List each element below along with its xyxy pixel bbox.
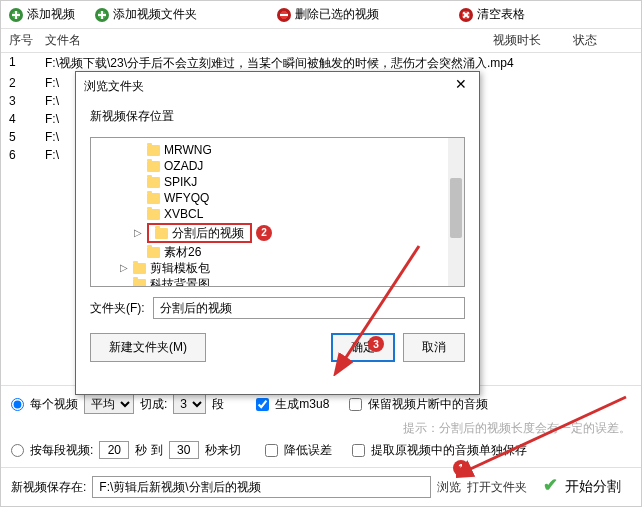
folder-icon [147, 193, 160, 204]
scrollbar[interactable] [448, 138, 464, 286]
cell-seq: 5 [9, 130, 45, 144]
cancel-button[interactable]: 取消 [403, 333, 465, 362]
folder-icon [147, 145, 160, 156]
folder-icon [133, 263, 146, 274]
folder-name: WFYQQ [164, 191, 209, 205]
folder-name: 剪辑模板包 [150, 261, 210, 275]
keep-audio-checkbox[interactable] [349, 398, 362, 411]
cutto-select[interactable]: 3 [173, 394, 206, 414]
folder-name: 分割后的视频 [172, 226, 244, 240]
col-dur: 视频时长 [493, 32, 573, 49]
scroll-thumb[interactable] [450, 178, 462, 238]
tree-item[interactable]: XVBCL [91, 206, 464, 222]
sec-lbl2: 秒来切 [205, 442, 241, 459]
reduce-err-label: 降低误差 [284, 442, 332, 459]
selected-folder: 分割后的视频2 [147, 223, 252, 243]
reduce-err-checkbox[interactable] [265, 444, 278, 457]
sec-from-input[interactable] [99, 441, 129, 459]
mode-each-radio[interactable] [11, 398, 24, 411]
add-video-button[interactable]: 添加视频 [9, 6, 75, 23]
gen-m3u8-label: 生成m3u8 [275, 396, 329, 413]
sec-to-input[interactable] [169, 441, 199, 459]
x-icon [459, 8, 473, 22]
sec-lbl1: 秒 到 [135, 442, 162, 459]
gen-m3u8-checkbox[interactable] [256, 398, 269, 411]
folder-name: 科技背景图 [150, 277, 210, 287]
check-icon [543, 478, 561, 496]
start-label: 开始分割 [565, 478, 621, 496]
cell-name: F:\视频下载\23\分手后不会立刻难过，当某个瞬间被触发的时候，悲伤才会突然涌… [45, 55, 633, 72]
keep-audio-label: 保留视频片断中的音频 [368, 396, 488, 413]
folder-icon [147, 177, 160, 188]
annotation-badge-3: 3 [368, 336, 384, 352]
tree-item[interactable]: ▷剪辑模板包 [91, 260, 464, 276]
folder-icon [147, 209, 160, 220]
folder-path-input[interactable] [153, 297, 465, 319]
tree-item[interactable]: OZADJ [91, 158, 464, 174]
folder-path-label: 文件夹(F): [90, 300, 145, 317]
folder-name: MRWNG [164, 143, 212, 157]
tree-item[interactable]: ▷分割后的视频2 [91, 222, 464, 244]
cell-seq: 2 [9, 76, 45, 90]
new-folder-button[interactable]: 新建文件夹(M) [90, 333, 206, 362]
start-split-button[interactable]: 开始分割 [533, 474, 631, 500]
add-video-label: 添加视频 [27, 6, 75, 23]
folder-name: XVBCL [164, 207, 203, 221]
seg-label: 段 [212, 396, 224, 413]
cell-seq: 6 [9, 148, 45, 162]
folder-name: OZADJ [164, 159, 203, 173]
browse-link[interactable]: 浏览 [437, 479, 461, 496]
clear-table-label: 清空表格 [477, 6, 525, 23]
open-folder-link[interactable]: 打开文件夹 [467, 479, 527, 496]
ok-button[interactable]: 确定 [331, 333, 395, 362]
add-folder-button[interactable]: 添加视频文件夹 [95, 6, 197, 23]
cell-seq: 4 [9, 112, 45, 126]
save-path-label: 新视频保存在: [11, 479, 86, 496]
tree-item[interactable]: 科技背景图 [91, 276, 464, 287]
tree-item[interactable]: 素材26 [91, 244, 464, 260]
col-stat: 状态 [573, 32, 633, 49]
delete-selected-button[interactable]: 删除已选的视频 [277, 6, 379, 23]
folder-icon [155, 228, 168, 239]
folder-icon [147, 161, 160, 172]
folder-name: SPIKJ [164, 175, 197, 189]
mode-each-label: 每个视频 [30, 396, 78, 413]
add-folder-label: 添加视频文件夹 [113, 6, 197, 23]
annotation-badge-2: 2 [256, 225, 272, 241]
save-path-input[interactable] [92, 476, 431, 498]
cell-seq: 1 [9, 55, 45, 72]
folder-icon [147, 247, 160, 258]
dialog-label: 新视频保存位置 [76, 100, 479, 129]
tree-item[interactable]: MRWNG [91, 142, 464, 158]
mode-len-label: 按每段视频: [30, 442, 93, 459]
plus-icon [95, 8, 109, 22]
delete-selected-label: 删除已选的视频 [295, 6, 379, 23]
tree-item[interactable]: SPIKJ [91, 174, 464, 190]
minus-icon [277, 8, 291, 22]
col-seq: 序号 [9, 32, 45, 49]
clear-table-button[interactable]: 清空表格 [459, 6, 525, 23]
mode-len-radio[interactable] [11, 444, 24, 457]
hint-text: 提示：分割后的视频长度会有一定的误差。 [403, 420, 631, 437]
col-name: 文件名 [45, 32, 493, 49]
folder-name: 素材26 [164, 245, 201, 259]
avg-select[interactable]: 平均 [84, 394, 134, 414]
plus-icon [9, 8, 23, 22]
folder-icon [133, 279, 146, 288]
cell-seq: 3 [9, 94, 45, 108]
chevron-right-icon: ▷ [119, 261, 129, 275]
tree-item[interactable]: WFYQQ [91, 190, 464, 206]
close-button[interactable]: ✕ [451, 76, 471, 96]
extract-audio-checkbox[interactable] [352, 444, 365, 457]
chevron-right-icon: ▷ [133, 226, 143, 240]
folder-tree[interactable]: MRWNGOZADJSPIKJWFYQQXVBCL▷分割后的视频2素材26▷剪辑… [90, 137, 465, 287]
browse-folder-dialog: 浏览文件夹 ✕ 新视频保存位置 MRWNGOZADJSPIKJWFYQQXVBC… [75, 71, 480, 395]
extract-audio-label: 提取原视频中的音频单独保存 [371, 442, 527, 459]
dialog-title: 浏览文件夹 [84, 78, 144, 95]
cutto-label: 切成: [140, 396, 167, 413]
annotation-badge-1: 1 [453, 460, 469, 476]
